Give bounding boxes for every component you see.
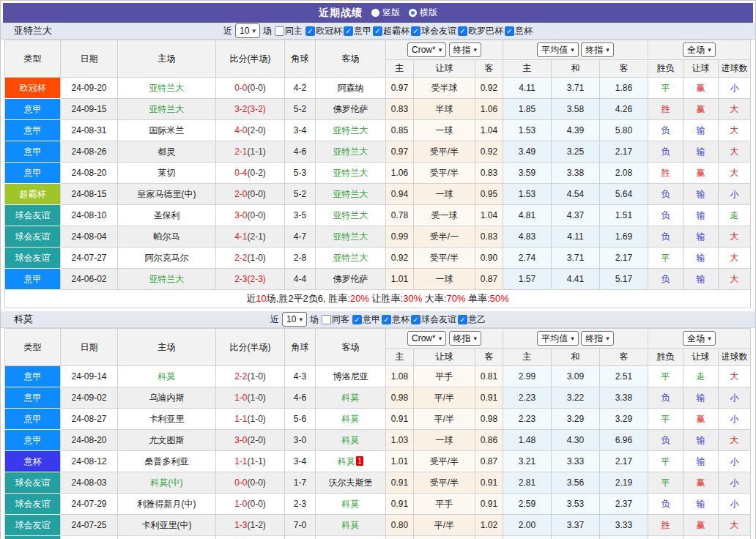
corner-score: 2-8 <box>285 248 316 269</box>
home-team-cell: 圣保利 <box>118 205 216 226</box>
summary-row: 近10场,胜2平2负6, 胜率:20% 让胜率:30% 大率:70% 单率:50… <box>5 290 751 308</box>
handicap-line: 一球 <box>414 184 475 205</box>
match-date: 24-09-02 <box>61 387 118 409</box>
match-date: 24-09-14 <box>61 366 118 387</box>
match-date: 24-09-15 <box>61 99 118 120</box>
chevron-down-icon: ▾ <box>571 335 574 342</box>
odds-home: 0.99 <box>386 226 414 248</box>
handicap-line: 受半球 <box>414 78 475 99</box>
league-type-cell: 球会友谊 <box>5 515 61 536</box>
team-name: 科莫 <box>14 313 33 326</box>
odds-away: 0.83 <box>475 163 503 184</box>
league-filter-label: 欧冠杯 <box>316 25 342 37</box>
table-row: 意甲 24-08-20 尤文图斯 3-0(2-0) 3-0 科莫 1.03 一球… <box>5 430 751 451</box>
league-filter-checkbox[interactable]: ✓球会友谊 <box>411 25 456 37</box>
result-handicap: 赢 <box>683 163 719 184</box>
corner-score: 5-2 <box>285 184 316 205</box>
halftime-score: (0-2) <box>248 168 266 178</box>
avg-draw-odds: 3.71 <box>552 78 600 99</box>
average-time-select[interactable]: 终指▾ <box>581 331 614 346</box>
league-filter-checkbox[interactable]: ✓意甲 <box>344 25 371 37</box>
league-filter-checkbox[interactable]: ✓欧冠杯 <box>305 25 342 37</box>
away-team-cell: 亚特兰大 <box>316 141 386 163</box>
corner-score: 5-3 <box>285 163 316 184</box>
checkbox-checked-icon[interactable]: ✓ <box>411 26 420 36</box>
fulltime-score: 2-2 <box>234 253 247 263</box>
odds-home: 1.03 <box>386 430 414 451</box>
league-filter-checkbox[interactable]: ✓球会友谊 <box>411 313 456 326</box>
average-select[interactable]: 平均值▾ <box>537 331 579 346</box>
radio-unselected-icon[interactable] <box>371 9 379 17</box>
average-select[interactable]: 平均值▾ <box>537 42 579 57</box>
fulltime-score: 3-2 <box>234 104 247 114</box>
league-filter-checkbox[interactable]: ✓意乙 <box>458 313 486 326</box>
radio-horizontal-layout[interactable]: 横版 <box>409 7 437 19</box>
result-winloss: 负 <box>648 120 683 141</box>
odds-time-value: 终指 <box>453 44 471 56</box>
radio-vertical-layout[interactable]: 竖版 <box>371 7 400 19</box>
league-type-cell: 意甲 <box>5 163 61 184</box>
home-team: 桑普多利亚 <box>145 456 189 466</box>
table-row: 意甲 24-08-31 国际米兰 4-0(2-0) 3-4 亚特兰大 0.85 … <box>5 120 751 141</box>
league-type-cell: 意甲 <box>5 269 61 290</box>
avg-draw-odds: 3.09 <box>552 366 600 387</box>
home-team: 皇家马德里(中) <box>138 189 196 199</box>
handicap-line: 受平/半 <box>414 141 475 163</box>
checkbox-checked-icon[interactable]: ✓ <box>458 315 467 324</box>
checkbox-checked-icon[interactable]: ✓ <box>352 315 362 324</box>
odds-company-value: Crow* <box>412 45 436 55</box>
checkbox-checked-icon[interactable]: ✓ <box>458 26 467 36</box>
home-team-cell: 乌迪内斯 <box>118 387 216 409</box>
radio-selected-icon[interactable] <box>409 9 417 17</box>
league-filter-checkbox[interactable]: ✓意杯 <box>505 25 533 37</box>
fulltime-score: 2-3 <box>234 274 247 284</box>
same-venue-filter[interactable]: 同客 <box>322 313 349 326</box>
avg-away-odds: 6.96 <box>600 430 648 451</box>
scope-select[interactable]: 全场▾ <box>683 42 716 57</box>
home-team-cell: 科莫 <box>118 366 216 387</box>
result-handicap: 赢 <box>683 409 719 430</box>
match-count-select[interactable]: 10▾ <box>282 312 307 327</box>
avg-away-odds: 2.08 <box>600 163 648 184</box>
checkbox-checked-icon[interactable]: ✓ <box>305 26 315 36</box>
checkbox-checked-icon[interactable]: ✓ <box>344 26 353 36</box>
checkbox-unchecked-icon[interactable] <box>322 315 331 324</box>
result-handicap: 赢 <box>683 78 719 99</box>
league-filter-checkbox[interactable]: ✓超霸杯 <box>373 25 410 37</box>
checkbox-checked-icon[interactable]: ✓ <box>505 26 514 36</box>
same-venue-filter[interactable]: 同主 <box>275 25 303 37</box>
away-team-cell: 亚特兰大 <box>316 226 386 248</box>
halftime-score: (2-3) <box>248 274 266 284</box>
home-team-cell: 桑普多利亚 <box>118 451 216 472</box>
scope-select[interactable]: 全场▾ <box>683 331 716 346</box>
odds-company-select[interactable]: Crow*▾ <box>407 331 446 346</box>
avg-home-odds: 2.59 <box>503 494 552 515</box>
league-filter-checkbox[interactable]: ✓意杯 <box>382 313 410 326</box>
avg-away-odds: 1.86 <box>600 78 648 99</box>
checkbox-checked-icon[interactable]: ✓ <box>382 315 391 324</box>
odds-home: 0.85 <box>386 120 414 141</box>
result-goals: 大 <box>719 163 751 184</box>
match-date: 24-07-27 <box>61 248 118 269</box>
col-header-odds-home: 主 <box>386 349 414 366</box>
checkbox-checked-icon[interactable]: ✓ <box>411 315 420 324</box>
league-filter-checkbox[interactable]: ✓意甲 <box>352 313 380 326</box>
checkbox-unchecked-icon[interactable] <box>275 26 284 36</box>
match-count-select[interactable]: 10▾ <box>235 23 260 38</box>
away-team: 佛罗伦萨 <box>333 274 368 284</box>
odds-time-select[interactable]: 终指▾ <box>449 42 482 57</box>
halftime-score: (3-2) <box>248 104 266 114</box>
avg-home-odds: 2.74 <box>503 248 552 269</box>
handicap-line: 平/半 <box>414 515 475 536</box>
col-header-corner: 角球 <box>285 329 316 366</box>
league-filter-checkbox[interactable]: ✓欧罗巴杯 <box>458 25 503 37</box>
halftime-score: (0-0) <box>248 477 266 488</box>
result-winloss: 胜 <box>648 515 683 536</box>
scope-group: 全场▾ <box>648 40 751 60</box>
checkbox-checked-icon[interactable]: ✓ <box>373 26 382 36</box>
odds-away: 0.81 <box>475 366 503 387</box>
avg-home-odds: 3.59 <box>503 163 552 184</box>
average-time-select[interactable]: 终指▾ <box>581 42 614 57</box>
odds-company-select[interactable]: Crow*▾ <box>407 42 446 57</box>
odds-time-select[interactable]: 终指▾ <box>449 331 482 346</box>
